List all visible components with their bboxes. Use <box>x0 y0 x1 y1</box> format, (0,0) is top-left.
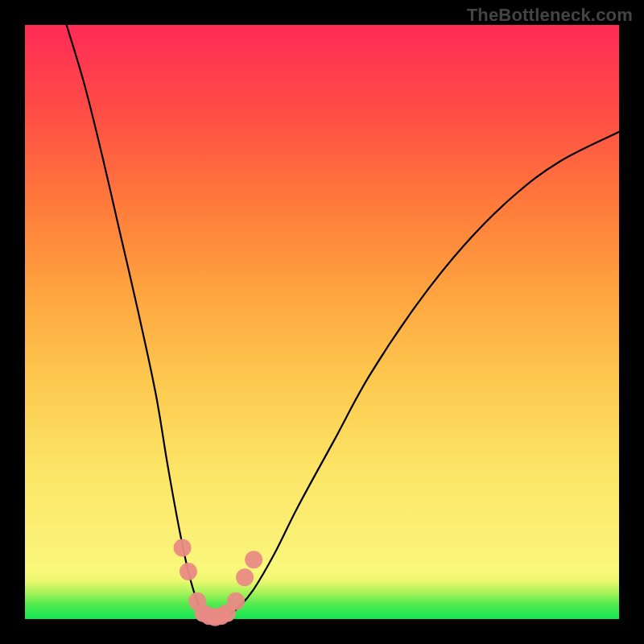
curve-marker <box>180 563 197 580</box>
curve-marker <box>174 539 192 556</box>
watermark-text: TheBottleneck.com <box>467 5 633 26</box>
plot-area <box>25 25 619 619</box>
chart-frame: TheBottleneck.com <box>0 0 644 644</box>
curve-marker <box>245 551 262 568</box>
curve-overlay <box>25 25 619 619</box>
curve-marker <box>227 592 245 610</box>
bottleneck-curve <box>67 25 619 619</box>
curve-marker <box>236 568 254 586</box>
curve-markers <box>174 539 263 625</box>
